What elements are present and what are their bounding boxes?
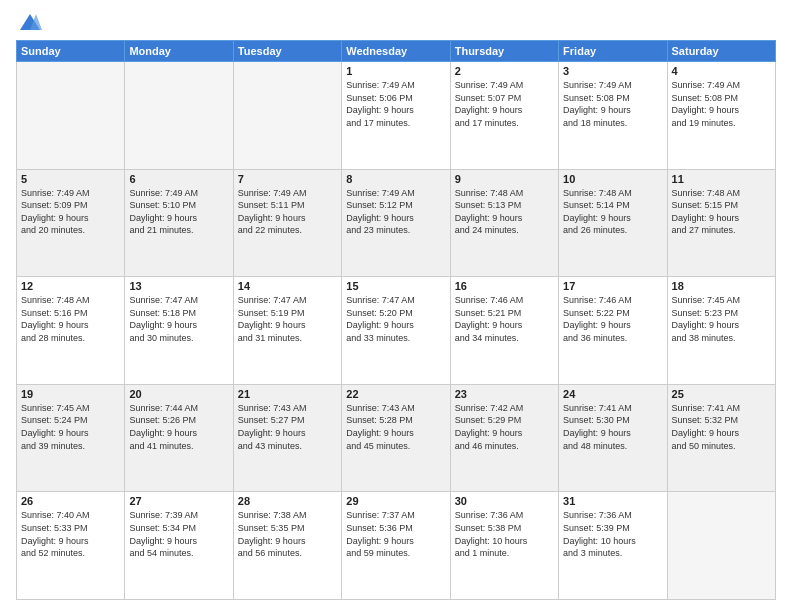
day-info: Sunrise: 7:39 AM Sunset: 5:34 PM Dayligh… <box>129 509 228 559</box>
calendar-cell: 19Sunrise: 7:45 AM Sunset: 5:24 PM Dayli… <box>17 384 125 492</box>
logo-icon <box>18 12 42 32</box>
day-number: 2 <box>455 65 554 77</box>
calendar-cell: 15Sunrise: 7:47 AM Sunset: 5:20 PM Dayli… <box>342 277 450 385</box>
day-info: Sunrise: 7:48 AM Sunset: 5:15 PM Dayligh… <box>672 187 771 237</box>
day-info: Sunrise: 7:44 AM Sunset: 5:26 PM Dayligh… <box>129 402 228 452</box>
day-info: Sunrise: 7:45 AM Sunset: 5:24 PM Dayligh… <box>21 402 120 452</box>
calendar-cell: 28Sunrise: 7:38 AM Sunset: 5:35 PM Dayli… <box>233 492 341 600</box>
day-info: Sunrise: 7:43 AM Sunset: 5:27 PM Dayligh… <box>238 402 337 452</box>
calendar-cell: 26Sunrise: 7:40 AM Sunset: 5:33 PM Dayli… <box>17 492 125 600</box>
day-number: 16 <box>455 280 554 292</box>
day-number: 21 <box>238 388 337 400</box>
calendar-cell <box>233 62 341 170</box>
calendar-cell: 3Sunrise: 7:49 AM Sunset: 5:08 PM Daylig… <box>559 62 667 170</box>
day-info: Sunrise: 7:49 AM Sunset: 5:09 PM Dayligh… <box>21 187 120 237</box>
day-number: 1 <box>346 65 445 77</box>
day-number: 10 <box>563 173 662 185</box>
calendar-cell: 20Sunrise: 7:44 AM Sunset: 5:26 PM Dayli… <box>125 384 233 492</box>
calendar-cell: 27Sunrise: 7:39 AM Sunset: 5:34 PM Dayli… <box>125 492 233 600</box>
day-info: Sunrise: 7:48 AM Sunset: 5:16 PM Dayligh… <box>21 294 120 344</box>
weekday-header-row: SundayMondayTuesdayWednesdayThursdayFrid… <box>17 41 776 62</box>
weekday-tuesday: Tuesday <box>233 41 341 62</box>
weekday-wednesday: Wednesday <box>342 41 450 62</box>
logo-text <box>16 12 44 32</box>
day-number: 26 <box>21 495 120 507</box>
weekday-sunday: Sunday <box>17 41 125 62</box>
calendar-cell: 8Sunrise: 7:49 AM Sunset: 5:12 PM Daylig… <box>342 169 450 277</box>
day-info: Sunrise: 7:49 AM Sunset: 5:10 PM Dayligh… <box>129 187 228 237</box>
day-number: 4 <box>672 65 771 77</box>
day-info: Sunrise: 7:45 AM Sunset: 5:23 PM Dayligh… <box>672 294 771 344</box>
calendar-cell: 11Sunrise: 7:48 AM Sunset: 5:15 PM Dayli… <box>667 169 775 277</box>
day-number: 30 <box>455 495 554 507</box>
calendar-cell: 10Sunrise: 7:48 AM Sunset: 5:14 PM Dayli… <box>559 169 667 277</box>
day-number: 25 <box>672 388 771 400</box>
calendar-cell: 14Sunrise: 7:47 AM Sunset: 5:19 PM Dayli… <box>233 277 341 385</box>
day-number: 5 <box>21 173 120 185</box>
week-row-1: 1Sunrise: 7:49 AM Sunset: 5:06 PM Daylig… <box>17 62 776 170</box>
calendar-cell: 31Sunrise: 7:36 AM Sunset: 5:39 PM Dayli… <box>559 492 667 600</box>
calendar-cell: 30Sunrise: 7:36 AM Sunset: 5:38 PM Dayli… <box>450 492 558 600</box>
calendar-cell: 22Sunrise: 7:43 AM Sunset: 5:28 PM Dayli… <box>342 384 450 492</box>
day-number: 14 <box>238 280 337 292</box>
calendar-cell: 2Sunrise: 7:49 AM Sunset: 5:07 PM Daylig… <box>450 62 558 170</box>
day-info: Sunrise: 7:47 AM Sunset: 5:19 PM Dayligh… <box>238 294 337 344</box>
day-info: Sunrise: 7:43 AM Sunset: 5:28 PM Dayligh… <box>346 402 445 452</box>
day-info: Sunrise: 7:41 AM Sunset: 5:32 PM Dayligh… <box>672 402 771 452</box>
calendar-cell: 4Sunrise: 7:49 AM Sunset: 5:08 PM Daylig… <box>667 62 775 170</box>
day-info: Sunrise: 7:37 AM Sunset: 5:36 PM Dayligh… <box>346 509 445 559</box>
calendar-cell: 5Sunrise: 7:49 AM Sunset: 5:09 PM Daylig… <box>17 169 125 277</box>
day-number: 27 <box>129 495 228 507</box>
calendar-table: SundayMondayTuesdayWednesdayThursdayFrid… <box>16 40 776 600</box>
day-number: 9 <box>455 173 554 185</box>
header <box>16 12 776 32</box>
weekday-saturday: Saturday <box>667 41 775 62</box>
calendar-cell <box>667 492 775 600</box>
calendar-cell: 24Sunrise: 7:41 AM Sunset: 5:30 PM Dayli… <box>559 384 667 492</box>
day-info: Sunrise: 7:49 AM Sunset: 5:06 PM Dayligh… <box>346 79 445 129</box>
calendar-cell: 25Sunrise: 7:41 AM Sunset: 5:32 PM Dayli… <box>667 384 775 492</box>
weekday-friday: Friday <box>559 41 667 62</box>
day-number: 8 <box>346 173 445 185</box>
day-number: 23 <box>455 388 554 400</box>
weekday-thursday: Thursday <box>450 41 558 62</box>
day-number: 31 <box>563 495 662 507</box>
day-info: Sunrise: 7:49 AM Sunset: 5:12 PM Dayligh… <box>346 187 445 237</box>
day-info: Sunrise: 7:47 AM Sunset: 5:20 PM Dayligh… <box>346 294 445 344</box>
calendar-cell: 1Sunrise: 7:49 AM Sunset: 5:06 PM Daylig… <box>342 62 450 170</box>
day-info: Sunrise: 7:47 AM Sunset: 5:18 PM Dayligh… <box>129 294 228 344</box>
day-number: 13 <box>129 280 228 292</box>
day-info: Sunrise: 7:42 AM Sunset: 5:29 PM Dayligh… <box>455 402 554 452</box>
day-info: Sunrise: 7:36 AM Sunset: 5:38 PM Dayligh… <box>455 509 554 559</box>
week-row-4: 19Sunrise: 7:45 AM Sunset: 5:24 PM Dayli… <box>17 384 776 492</box>
calendar-cell: 17Sunrise: 7:46 AM Sunset: 5:22 PM Dayli… <box>559 277 667 385</box>
calendar-cell: 16Sunrise: 7:46 AM Sunset: 5:21 PM Dayli… <box>450 277 558 385</box>
calendar-cell: 29Sunrise: 7:37 AM Sunset: 5:36 PM Dayli… <box>342 492 450 600</box>
calendar-cell: 13Sunrise: 7:47 AM Sunset: 5:18 PM Dayli… <box>125 277 233 385</box>
day-info: Sunrise: 7:40 AM Sunset: 5:33 PM Dayligh… <box>21 509 120 559</box>
calendar-cell <box>17 62 125 170</box>
calendar-cell: 18Sunrise: 7:45 AM Sunset: 5:23 PM Dayli… <box>667 277 775 385</box>
week-row-5: 26Sunrise: 7:40 AM Sunset: 5:33 PM Dayli… <box>17 492 776 600</box>
day-number: 11 <box>672 173 771 185</box>
day-number: 7 <box>238 173 337 185</box>
day-info: Sunrise: 7:49 AM Sunset: 5:11 PM Dayligh… <box>238 187 337 237</box>
day-number: 22 <box>346 388 445 400</box>
page: SundayMondayTuesdayWednesdayThursdayFrid… <box>0 0 792 612</box>
day-info: Sunrise: 7:49 AM Sunset: 5:08 PM Dayligh… <box>563 79 662 129</box>
day-info: Sunrise: 7:36 AM Sunset: 5:39 PM Dayligh… <box>563 509 662 559</box>
day-number: 17 <box>563 280 662 292</box>
day-info: Sunrise: 7:46 AM Sunset: 5:22 PM Dayligh… <box>563 294 662 344</box>
day-number: 3 <box>563 65 662 77</box>
calendar-cell <box>125 62 233 170</box>
day-number: 20 <box>129 388 228 400</box>
week-row-3: 12Sunrise: 7:48 AM Sunset: 5:16 PM Dayli… <box>17 277 776 385</box>
calendar-cell: 7Sunrise: 7:49 AM Sunset: 5:11 PM Daylig… <box>233 169 341 277</box>
day-number: 6 <box>129 173 228 185</box>
day-number: 12 <box>21 280 120 292</box>
day-number: 28 <box>238 495 337 507</box>
day-info: Sunrise: 7:38 AM Sunset: 5:35 PM Dayligh… <box>238 509 337 559</box>
day-info: Sunrise: 7:41 AM Sunset: 5:30 PM Dayligh… <box>563 402 662 452</box>
day-number: 15 <box>346 280 445 292</box>
day-number: 29 <box>346 495 445 507</box>
